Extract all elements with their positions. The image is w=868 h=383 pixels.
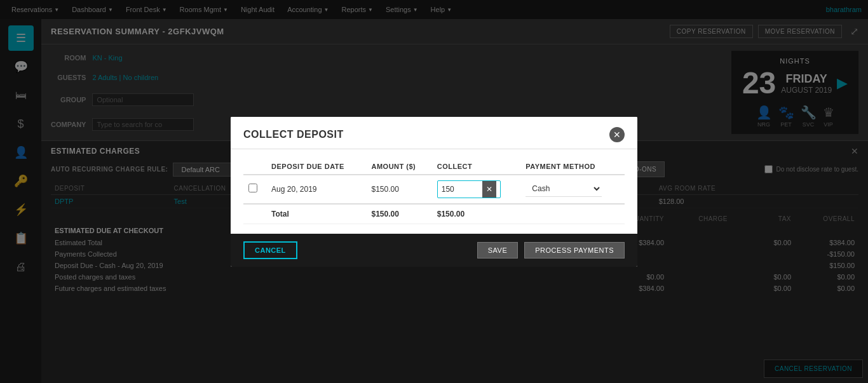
col-due-date: DEPOSIT DUE DATE (266, 159, 366, 175)
deposit-checkbox-cell (243, 175, 266, 204)
deposit-checkbox[interactable] (248, 184, 257, 192)
col-amount: AMOUNT ($) (366, 159, 431, 175)
total-row: Total $150.00 $150.00 (243, 204, 625, 224)
deposit-row: Aug 20, 2019 $150.00 ✕ Cash (243, 175, 625, 204)
collect-clear-button[interactable]: ✕ (482, 181, 496, 198)
deposit-amount: $150.00 (366, 175, 431, 204)
payment-method-cell: Cash (520, 175, 625, 204)
collect-amount-input[interactable] (438, 182, 482, 196)
modal-footer: CANCEL SAVE PROCESS PAYMENTS (231, 234, 637, 267)
payment-method-select[interactable]: Cash (526, 181, 602, 197)
col-payment-method: PAYMENT METHOD (520, 159, 625, 175)
modal-process-button[interactable]: PROCESS PAYMENTS (524, 242, 625, 259)
modal-save-button[interactable]: SAVE (477, 242, 519, 259)
collect-input-wrap: ✕ (437, 180, 501, 198)
deposit-due-date: Aug 20, 2019 (266, 175, 366, 204)
modal-title: COLLECT DEPOSIT (243, 129, 344, 140)
total-label: Total (266, 204, 366, 224)
modal-close-button[interactable]: ✕ (609, 127, 625, 142)
deposit-table: DEPOSIT DUE DATE AMOUNT ($) COLLECT PAYM… (243, 159, 625, 224)
total-collect: $150.00 (432, 204, 521, 224)
col-collect: COLLECT (432, 159, 521, 175)
total-amount: $150.00 (366, 204, 431, 224)
collect-cell: ✕ (432, 175, 521, 204)
col-check (243, 159, 266, 175)
modal-cancel-button[interactable]: CANCEL (243, 241, 297, 259)
modal-overlay: COLLECT DEPOSIT ✕ DEPOSIT DUE DATE AMOUN… (0, 0, 868, 383)
modal-header: COLLECT DEPOSIT ✕ (231, 117, 637, 149)
modal-body: DEPOSIT DUE DATE AMOUNT ($) COLLECT PAYM… (231, 149, 637, 234)
collect-deposit-modal: COLLECT DEPOSIT ✕ DEPOSIT DUE DATE AMOUN… (231, 117, 637, 267)
